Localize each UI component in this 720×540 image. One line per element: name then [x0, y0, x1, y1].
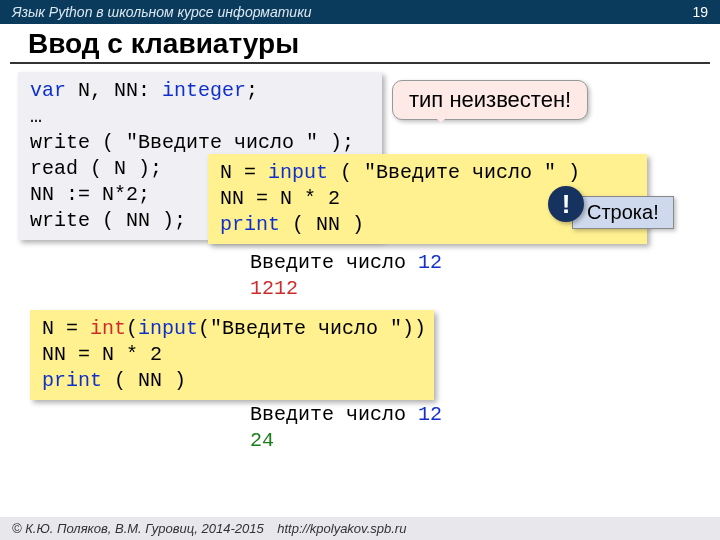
callout-type-unknown: тип неизвестен!: [392, 80, 588, 120]
output-2: Введите число 12 24: [250, 402, 442, 454]
page-title: Ввод с клавиатуры: [10, 24, 710, 64]
footer: © К.Ю. Поляков, В.М. Гуровиц, 2014-2015 …: [0, 517, 720, 540]
course-title: Язык Python в школьном курсе информатики: [12, 4, 312, 20]
callout-string: Строка!: [572, 196, 674, 229]
header-bar: Язык Python в школьном курсе информатики…: [0, 0, 720, 24]
page-number: 19: [692, 4, 708, 20]
exclaim-icon: !: [548, 186, 584, 222]
output-1: Введите число 12 1212: [250, 250, 442, 302]
footer-link[interactable]: http://kpolyakov.spb.ru: [277, 521, 406, 536]
python-code-2: N = int(input("Введите число ")) NN = N …: [30, 310, 434, 400]
copyright: © К.Ю. Поляков, В.М. Гуровиц, 2014-2015: [12, 521, 264, 536]
